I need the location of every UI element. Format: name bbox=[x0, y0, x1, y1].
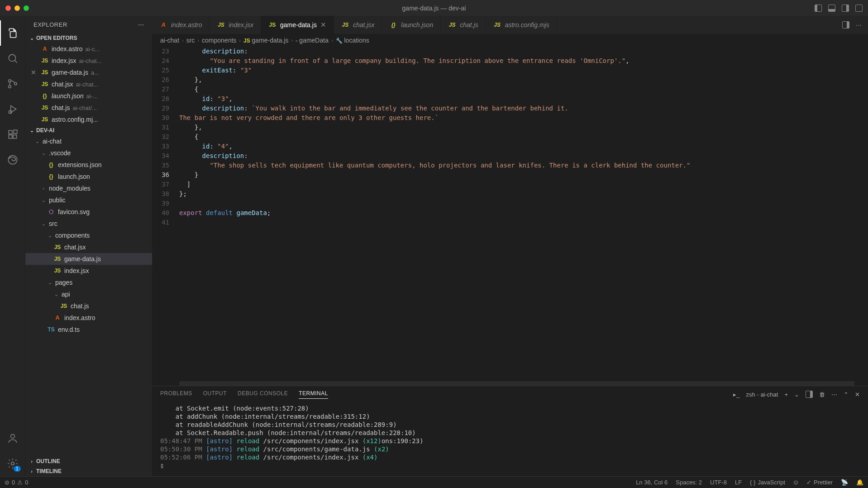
terminal-more-icon[interactable]: ⋯ bbox=[831, 391, 837, 398]
terminal-output[interactable]: at Socket.emit (node:events:527:28) at a… bbox=[152, 402, 868, 476]
folder-name: public bbox=[49, 196, 66, 204]
folder-item[interactable]: ⌄ components bbox=[25, 230, 152, 241]
toggle-primary-sidebar-icon[interactable] bbox=[815, 5, 822, 12]
terminal-tab[interactable]: TERMINAL bbox=[299, 390, 328, 399]
file-path: ai-chat... bbox=[76, 81, 98, 88]
editor-tab[interactable]: A index.astro bbox=[152, 16, 210, 34]
status-copilot-icon[interactable]: ⊙ bbox=[793, 479, 798, 486]
status-feedback-icon[interactable]: 📡 bbox=[841, 479, 848, 486]
file-type-icon: JS bbox=[41, 116, 49, 123]
project-section[interactable]: ⌄ DEV-AI bbox=[25, 125, 152, 135]
file-item[interactable]: JS index.jsx bbox=[25, 265, 152, 277]
editor-tab[interactable]: JS game-data.js ✕ bbox=[261, 16, 334, 34]
extensions-activity-icon[interactable] bbox=[0, 122, 25, 147]
open-editor-item[interactable]: JS index.jsx ai-chat... bbox=[25, 55, 152, 67]
open-editor-item[interactable]: JS astro.config.mj... bbox=[25, 114, 152, 125]
status-spaces[interactable]: Spaces: 2 bbox=[676, 479, 702, 486]
problems-tab[interactable]: PROBLEMS bbox=[160, 390, 192, 398]
file-name: extensions.json bbox=[58, 161, 102, 168]
file-item[interactable]: ⬠ favicon.svg bbox=[25, 206, 152, 218]
breadcrumb-item[interactable]: JS game-data.js bbox=[243, 37, 289, 44]
folder-item[interactable]: › node_modules bbox=[25, 182, 152, 194]
breadcrumb-item[interactable]: 🔧 locations bbox=[336, 37, 369, 44]
editor-tab[interactable]: JS index.jsx bbox=[210, 16, 261, 34]
file-path: ai-chat/... bbox=[72, 105, 96, 111]
split-terminal-icon[interactable] bbox=[806, 391, 813, 398]
minimize-window-button[interactable] bbox=[14, 5, 20, 11]
new-terminal-icon[interactable]: + bbox=[784, 391, 788, 398]
open-editor-item[interactable]: JS chat.js ai-chat/... bbox=[25, 102, 152, 114]
horizontal-scrollbar[interactable] bbox=[179, 381, 854, 386]
sidebar-header: EXPLORER ⋯ bbox=[25, 16, 152, 33]
tab-label: chat.js bbox=[460, 21, 478, 29]
breadcrumbs[interactable]: ai-chat›src›components›JS game-data.js›▫… bbox=[152, 34, 868, 47]
timeline-section[interactable]: › TIMELINE bbox=[25, 466, 152, 476]
editor-tab[interactable]: {} launch.json bbox=[382, 16, 441, 34]
open-editor-item[interactable]: ✕ JS game-data.js a... bbox=[25, 67, 152, 78]
explorer-more-icon[interactable]: ⋯ bbox=[138, 21, 144, 28]
terminal-dropdown-icon[interactable]: ⌄ bbox=[794, 391, 799, 398]
code-editor[interactable]: 23242526272829303132333435363738394041 d… bbox=[152, 47, 868, 386]
file-item[interactable]: {} extensions.json bbox=[25, 159, 152, 171]
editor-tab[interactable]: JS astro.config.mjs bbox=[486, 16, 557, 34]
open-editor-item[interactable]: JS chat.jsx ai-chat... bbox=[25, 78, 152, 90]
file-item[interactable]: JS chat.js bbox=[25, 300, 152, 312]
close-panel-icon[interactable]: ✕ bbox=[855, 391, 860, 398]
timeline-label: TIMELINE bbox=[36, 468, 62, 474]
tab-more-icon[interactable]: ⋯ bbox=[856, 22, 862, 29]
debug-console-tab[interactable]: DEBUG CONSOLE bbox=[238, 390, 288, 398]
folder-item[interactable]: ⌄ pages bbox=[25, 277, 152, 288]
editor-tab[interactable]: JS chat.js bbox=[441, 16, 486, 34]
run-debug-activity-icon[interactable] bbox=[0, 96, 25, 122]
close-tab-icon[interactable]: ✕ bbox=[320, 21, 326, 29]
folder-item[interactable]: ⌄ .vscode bbox=[25, 147, 152, 159]
breadcrumb-item[interactable]: components bbox=[202, 37, 236, 44]
status-language[interactable]: { } JavaScript bbox=[750, 479, 785, 486]
file-item[interactable]: {} launch.json bbox=[25, 171, 152, 182]
folder-item[interactable]: ⌄ public bbox=[25, 194, 152, 206]
terminal-title[interactable]: zsh - ai-chat bbox=[746, 391, 778, 398]
status-bell-icon[interactable]: 🔔 bbox=[856, 479, 863, 486]
edge-activity-icon[interactable] bbox=[0, 147, 25, 172]
file-path: ai-chat... bbox=[79, 57, 101, 64]
toggle-panel-icon[interactable] bbox=[828, 5, 835, 12]
maximize-panel-icon[interactable]: ⌃ bbox=[844, 391, 849, 398]
search-activity-icon[interactable] bbox=[0, 46, 25, 71]
file-item[interactable]: JS chat.jsx bbox=[25, 241, 152, 253]
accounts-activity-icon[interactable] bbox=[0, 426, 25, 451]
braces-icon: { } bbox=[750, 479, 755, 486]
toggle-secondary-sidebar-icon[interactable] bbox=[842, 5, 849, 12]
kill-terminal-icon[interactable]: 🗑 bbox=[819, 391, 825, 398]
file-item[interactable]: A index.astro bbox=[25, 312, 152, 324]
settings-activity-icon[interactable]: 1 bbox=[0, 451, 25, 476]
open-editors-section[interactable]: ⌄ OPEN EDITORS bbox=[25, 33, 152, 43]
explorer-activity-icon[interactable] bbox=[0, 20, 25, 46]
output-tab[interactable]: OUTPUT bbox=[203, 390, 227, 398]
folder-item[interactable]: ⌄ src bbox=[25, 218, 152, 230]
source-control-activity-icon[interactable] bbox=[0, 71, 25, 96]
file-item[interactable]: TS env.d.ts bbox=[25, 324, 152, 335]
close-editor-icon[interactable]: ✕ bbox=[29, 69, 38, 76]
open-editor-item[interactable]: A index.astro ai-c... bbox=[25, 43, 152, 55]
status-errors[interactable]: ⊘ 0 ⚠ 0 bbox=[5, 479, 28, 486]
maximize-window-button[interactable] bbox=[24, 5, 29, 11]
status-encoding[interactable]: UTF-8 bbox=[710, 479, 727, 486]
status-cursor[interactable]: Ln 36, Col 6 bbox=[636, 479, 668, 486]
status-eol[interactable]: LF bbox=[735, 479, 742, 486]
file-path: a... bbox=[91, 69, 99, 76]
terminal-shell-icon[interactable]: ▸_ bbox=[733, 391, 739, 398]
status-prettier[interactable]: ✓ Prettier bbox=[806, 479, 833, 486]
file-name: launch.json bbox=[58, 173, 90, 180]
customize-layout-icon[interactable] bbox=[855, 5, 863, 12]
split-editor-icon[interactable] bbox=[842, 21, 849, 29]
close-window-button[interactable] bbox=[5, 5, 11, 11]
outline-section[interactable]: › OUTLINE bbox=[25, 456, 152, 466]
breadcrumb-item[interactable]: ▫ gameData bbox=[296, 37, 329, 44]
editor-tab[interactable]: JS chat.jsx bbox=[334, 16, 382, 34]
file-item[interactable]: JS game-data.js bbox=[25, 253, 152, 265]
open-editor-item[interactable]: {} launch.json ai-... bbox=[25, 90, 152, 102]
folder-item[interactable]: ⌄ api bbox=[25, 288, 152, 300]
folder-item[interactable]: ⌄ ai-chat bbox=[25, 135, 152, 147]
breadcrumb-item[interactable]: ai-chat bbox=[160, 37, 179, 44]
breadcrumb-item[interactable]: src bbox=[186, 37, 195, 44]
